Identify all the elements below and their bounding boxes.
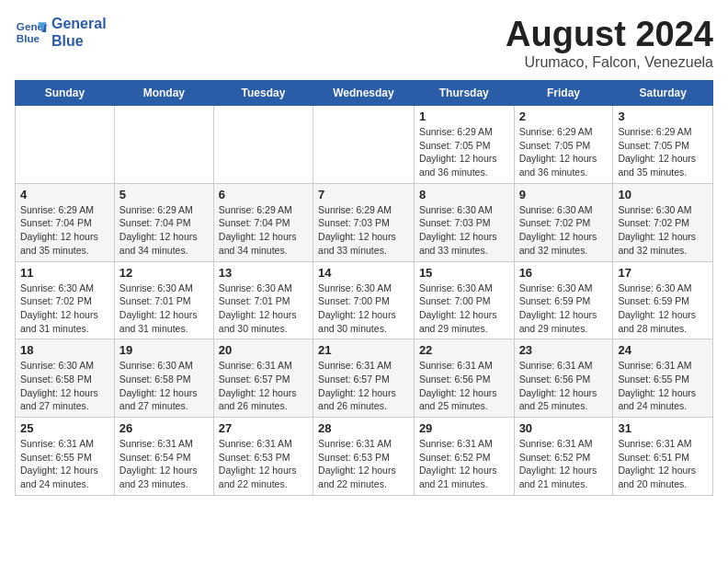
day-info-line: Sunset: 7:04 PM [219,216,308,230]
day-info-line: Daylight: 12 hours [519,230,609,244]
header-cell-friday: Friday [514,81,613,106]
day-info-line: Daylight: 12 hours [419,152,509,166]
day-number: 1 [419,109,509,123]
day-info-line: Daylight: 12 hours [519,386,609,400]
calendar-table: SundayMondayTuesdayWednesdayThursdayFrid… [15,80,713,496]
day-info-line: Sunrise: 6:31 AM [419,359,509,373]
day-info-line: Sunset: 6:54 PM [119,451,209,465]
day-info-line: Daylight: 12 hours [419,464,509,477]
calendar-cell: 22Sunrise: 6:31 AMSunset: 6:56 PMDayligh… [414,339,514,418]
day-info-line: Daylight: 12 hours [219,308,308,322]
day-number: 4 [20,188,109,201]
day-info-line: Daylight: 12 hours [20,386,109,400]
day-info-line: Sunrise: 6:29 AM [519,125,609,139]
calendar-cell: 6Sunrise: 6:29 AMSunset: 7:04 PMDaylight… [213,183,313,261]
title-block: August 2024 Urumaco, Falcon, Venezuela [506,15,713,71]
day-info-line: Sunset: 6:58 PM [20,373,109,386]
day-info-line: Sunrise: 6:29 AM [419,125,509,139]
day-number: 12 [119,266,209,280]
week-row-2: 4Sunrise: 6:29 AMSunset: 7:04 PMDaylight… [16,183,713,261]
calendar-cell: 31Sunrise: 6:31 AMSunset: 6:51 PMDayligh… [613,418,713,496]
header-cell-wednesday: Wednesday [313,81,415,106]
day-info-line: Sunset: 7:01 PM [219,294,308,308]
day-number: 31 [618,421,708,435]
day-info-line: Daylight: 12 hours [618,464,708,477]
day-info-line: Sunrise: 6:30 AM [419,282,509,295]
day-info-line: Daylight: 12 hours [618,308,708,322]
calendar-cell: 30Sunrise: 6:31 AMSunset: 6:52 PMDayligh… [514,418,613,496]
calendar-cell: 11Sunrise: 6:30 AMSunset: 7:02 PMDayligh… [16,261,115,339]
day-info-line: and 31 minutes. [20,322,109,336]
day-info-line: and 34 minutes. [219,244,308,258]
day-info-line: Sunrise: 6:31 AM [419,437,509,451]
day-info-line: Sunset: 6:53 PM [219,451,308,465]
day-info-line: and 26 minutes. [219,399,308,413]
day-info-line: Daylight: 12 hours [318,230,409,244]
day-info-line: Sunrise: 6:31 AM [20,437,109,451]
calendar-cell: 18Sunrise: 6:30 AMSunset: 6:58 PMDayligh… [16,339,115,418]
day-info-line: and 32 minutes. [618,244,708,258]
day-info-line: Sunrise: 6:31 AM [618,359,708,373]
day-info-line: Daylight: 12 hours [318,308,409,322]
day-info-line: Daylight: 12 hours [618,152,708,166]
calendar-header: SundayMondayTuesdayWednesdayThursdayFrid… [16,81,713,106]
day-info-line: Sunrise: 6:30 AM [618,203,708,217]
day-info-line: Sunset: 6:55 PM [20,451,109,465]
day-info-line: and 26 minutes. [318,399,409,413]
day-info-line: Sunrise: 6:31 AM [119,437,209,451]
day-number: 5 [119,188,209,201]
header-row: SundayMondayTuesdayWednesdayThursdayFrid… [16,81,713,106]
day-info-line: and 30 minutes. [219,322,308,336]
day-info-line: Sunrise: 6:30 AM [318,282,409,295]
day-info-line: Daylight: 12 hours [519,308,609,322]
day-number: 17 [618,266,708,280]
day-info-line: Sunset: 7:00 PM [419,294,509,308]
day-info-line: Sunrise: 6:29 AM [318,203,409,217]
day-info-line: Sunset: 6:59 PM [618,294,708,308]
day-info-line: and 27 minutes. [20,399,109,413]
day-info-line: and 33 minutes. [318,244,409,258]
calendar-cell: 16Sunrise: 6:30 AMSunset: 6:59 PMDayligh… [514,261,613,339]
day-info-line: and 22 minutes. [219,477,308,491]
day-info-line: Sunset: 6:57 PM [318,373,409,386]
day-info-line: Sunrise: 6:30 AM [20,282,109,295]
header-cell-monday: Monday [114,81,213,106]
month-year-title: August 2024 [506,15,713,54]
calendar-body: 1Sunrise: 6:29 AMSunset: 7:05 PMDaylight… [16,106,713,496]
day-info-line: Daylight: 12 hours [20,308,109,322]
day-info-line: Daylight: 12 hours [419,230,509,244]
header-cell-saturday: Saturday [613,81,713,106]
logo-blue: Blue [51,32,107,50]
day-info-line: Sunrise: 6:31 AM [618,437,708,451]
day-number: 8 [419,188,509,201]
day-info-line: and 23 minutes. [119,477,209,491]
calendar-cell [313,106,415,184]
day-info-line: and 35 minutes. [20,244,109,258]
day-info-line: Sunset: 7:02 PM [519,216,609,230]
day-info-line: Daylight: 12 hours [119,386,209,400]
day-info-line: Sunrise: 6:29 AM [219,203,308,217]
day-info-line: Sunset: 7:04 PM [119,216,209,230]
day-info-line: Sunrise: 6:30 AM [419,203,509,217]
day-number: 20 [219,343,308,357]
day-info-line: and 28 minutes. [618,322,708,336]
day-info-line: and 33 minutes. [419,244,509,258]
day-info-line: and 32 minutes. [519,244,609,258]
header-cell-thursday: Thursday [414,81,514,106]
day-info-line: Sunset: 7:05 PM [618,139,708,153]
day-info-line: and 27 minutes. [119,399,209,413]
day-info-line: Sunset: 7:02 PM [20,294,109,308]
calendar-cell: 14Sunrise: 6:30 AMSunset: 7:00 PMDayligh… [313,261,415,339]
day-number: 24 [618,343,708,357]
calendar-cell: 1Sunrise: 6:29 AMSunset: 7:05 PMDaylight… [414,106,514,184]
day-info-line: Sunrise: 6:30 AM [20,359,109,373]
calendar-cell: 3Sunrise: 6:29 AMSunset: 7:05 PMDaylight… [613,106,713,184]
day-info-line: Sunrise: 6:30 AM [119,359,209,373]
week-row-5: 25Sunrise: 6:31 AMSunset: 6:55 PMDayligh… [16,418,713,496]
day-number: 11 [20,266,109,280]
day-info-line: Sunrise: 6:30 AM [219,282,308,295]
day-info-line: and 21 minutes. [519,477,609,491]
day-info-line: Sunset: 7:02 PM [618,216,708,230]
day-info-line: Sunset: 6:59 PM [519,294,609,308]
calendar-cell [213,106,313,184]
